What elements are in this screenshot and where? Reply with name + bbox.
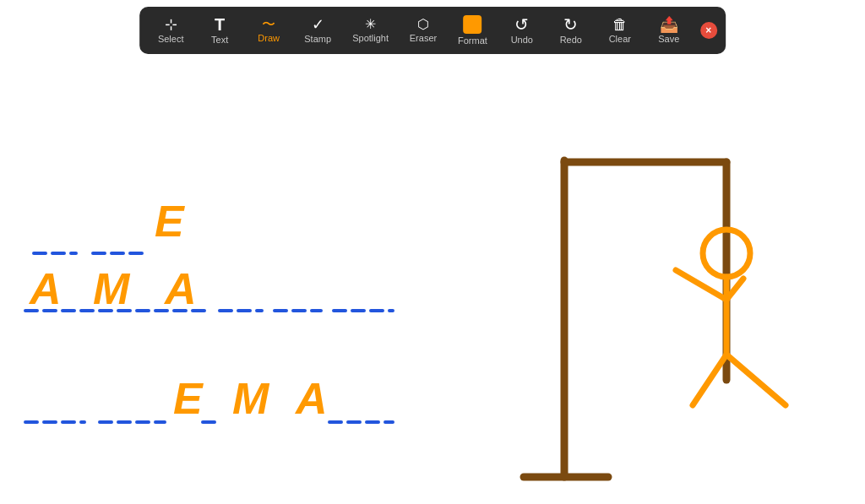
svg-text:M: M: [232, 374, 270, 423]
redo-icon: ↻: [563, 16, 578, 33]
svg-text:M: M: [93, 264, 131, 313]
svg-text:A: A: [294, 374, 328, 423]
undo-tool[interactable]: ↺ Undo: [499, 13, 545, 48]
svg-text:A: A: [28, 264, 62, 313]
draw-tool[interactable]: 〜 Draw: [246, 14, 291, 46]
svg-line-24: [726, 279, 743, 300]
format-icon: [463, 15, 481, 34]
clear-icon: 🗑: [612, 17, 628, 32]
text-label: Text: [211, 35, 228, 45]
close-icon: ×: [705, 24, 711, 36]
clear-label: Clear: [609, 34, 631, 44]
eraser-tool[interactable]: ⬡ Eraser: [400, 14, 446, 46]
canvas[interactable]: E A M A E M A: [0, 0, 865, 504]
spotlight-tool[interactable]: ✳ Spotlight: [344, 14, 397, 46]
undo-label: Undo: [511, 35, 533, 45]
save-label: Save: [658, 34, 679, 44]
stamp-tool[interactable]: ✓ Stamp: [295, 14, 340, 47]
spotlight-label: Spotlight: [352, 33, 389, 43]
save-tool[interactable]: 📤 Save: [646, 14, 692, 47]
text-tool[interactable]: T Text: [197, 13, 242, 48]
svg-line-25: [693, 355, 726, 405]
eraser-icon: ⬡: [417, 18, 429, 31]
format-label: Format: [458, 35, 487, 46]
select-tool[interactable]: ⊹ Select: [148, 14, 193, 47]
text-icon: T: [215, 16, 225, 33]
toolbar: ⊹ Select T Text 〜 Draw ✓ Stamp ✳ Spotlig…: [139, 7, 726, 54]
select-label: Select: [158, 34, 184, 44]
draw-icon: 〜: [262, 18, 275, 31]
save-icon: 📤: [660, 17, 678, 32]
undo-icon: ↺: [514, 16, 529, 33]
format-tool[interactable]: Format: [449, 12, 496, 49]
eraser-label: Eraser: [410, 33, 437, 43]
stamp-icon: ✓: [312, 17, 324, 32]
svg-text:A: A: [163, 264, 197, 313]
stamp-label: Stamp: [304, 34, 331, 44]
svg-line-26: [726, 355, 786, 405]
redo-label: Redo: [560, 35, 582, 45]
svg-text:E: E: [155, 197, 185, 246]
redo-tool[interactable]: ↻ Redo: [548, 13, 594, 48]
select-icon: ⊹: [165, 17, 177, 32]
svg-point-21: [703, 230, 750, 277]
clear-tool[interactable]: 🗑 Clear: [597, 14, 643, 47]
draw-label: Draw: [258, 33, 280, 43]
close-button[interactable]: ×: [700, 22, 717, 39]
svg-line-23: [676, 270, 726, 300]
svg-text:E: E: [173, 374, 204, 423]
spotlight-icon: ✳: [365, 18, 376, 31]
